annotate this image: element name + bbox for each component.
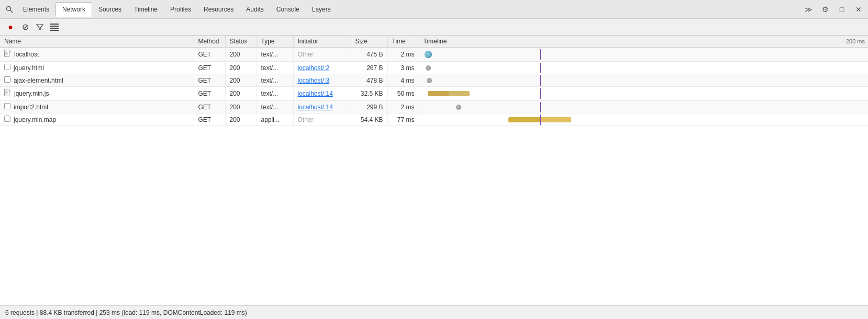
svg-rect-16 (5, 104, 10, 109)
cell-time: 3 ms (387, 62, 419, 74)
cell-timeline (419, 87, 868, 101)
timeline-marker-line (540, 88, 541, 99)
header-status[interactable]: Status (225, 36, 257, 48)
toolbar: ● ⊘ (0, 19, 868, 36)
cell-timeline (419, 74, 868, 87)
cell-name: import2.html (0, 101, 194, 113)
cell-size: 54.4 KB (351, 113, 387, 126)
header-time[interactable]: Time (387, 36, 419, 48)
stop-button[interactable]: ⊘ (19, 21, 31, 33)
tab-timeline[interactable]: Timeline (128, 3, 164, 16)
checkbox-icon (4, 64, 10, 72)
table-row[interactable]: ajax-element.htmlGET200text/...localhost… (0, 74, 868, 87)
file-name: localhost (14, 51, 39, 58)
header-name[interactable]: Name (0, 36, 194, 48)
file-name: ajax-element.html (14, 77, 63, 84)
tab-elements[interactable]: Elements (17, 3, 55, 16)
timeline-marker-line (540, 102, 541, 112)
cell-type: text/... (257, 48, 293, 62)
layout-icon[interactable]: □ (834, 2, 849, 17)
cell-type: text/... (257, 74, 293, 87)
cell-method: GET (194, 101, 225, 113)
header-timeline[interactable]: Timeline 200 ms (419, 36, 868, 48)
header-method[interactable]: Method (194, 36, 225, 48)
cell-size: 267 B (351, 62, 387, 74)
cell-method: GET (194, 74, 225, 87)
tab-profiles[interactable]: Profiles (164, 3, 197, 16)
cell-time: 2 ms (387, 101, 419, 113)
cell-initiator[interactable]: localhost/:14 (293, 101, 351, 113)
cell-size: 478 B (351, 74, 387, 87)
timeline-ms-label: 200 ms (846, 38, 865, 44)
cell-method: GET (194, 62, 225, 74)
timeline-marker-line (540, 75, 541, 86)
top-nav: Elements Network Sources Timeline Profil… (0, 0, 868, 19)
timeline-bar-gray (456, 105, 461, 110)
svg-rect-5 (50, 30, 59, 31)
cell-time: 4 ms (387, 74, 419, 87)
timeline-bar-yellow (428, 91, 470, 96)
file-name: import2.html (14, 104, 48, 111)
tab-network[interactable]: Network (55, 2, 92, 17)
header-type[interactable]: Type (257, 36, 293, 48)
svg-rect-4 (50, 28, 59, 29)
timeline-marker-line (540, 115, 541, 125)
status-bar: 6 requests | 88.4 KB transferred | 253 m… (0, 305, 868, 319)
checkbox-icon (4, 116, 10, 123)
tab-sources[interactable]: Sources (92, 3, 128, 16)
file-name: jquery.html (14, 64, 44, 72)
cell-size: 299 B (351, 101, 387, 113)
cell-size: 475 B (351, 48, 387, 62)
cell-status: 200 (225, 87, 257, 101)
settings-icon[interactable]: ⚙ (818, 2, 832, 17)
cell-method: GET (194, 113, 225, 126)
status-text: 6 requests | 88.4 KB transferred | 253 m… (5, 309, 247, 316)
timeline-bar-blue (425, 51, 432, 58)
checkbox-icon (4, 76, 10, 84)
table-row[interactable]: jquery.min.jsGET200text/...localhost/:14… (0, 87, 868, 101)
cell-initiator[interactable]: localhost/:2 (293, 62, 351, 74)
filter-button[interactable] (34, 21, 46, 33)
cell-status: 200 (225, 74, 257, 87)
svg-rect-3 (50, 26, 59, 27)
cell-name: jquery.min.js (0, 87, 194, 101)
cell-time: 2 ms (387, 48, 419, 62)
network-table: Name Method Status Type Initiator Size T… (0, 36, 868, 126)
cell-timeline (419, 113, 868, 126)
tab-audits[interactable]: Audits (240, 3, 270, 16)
svg-rect-10 (5, 64, 10, 70)
timeline-marker-line (540, 63, 541, 73)
cell-type: text/... (257, 87, 293, 101)
record-button[interactable]: ● (4, 21, 17, 33)
table-row[interactable]: import2.htmlGET200text/...localhost/:142… (0, 101, 868, 113)
close-icon[interactable]: ✕ (851, 2, 866, 17)
cell-name: localhost (0, 48, 194, 62)
cell-status: 200 (225, 113, 257, 126)
table-row[interactable]: jquery.min.mapGET200appli...Other54.4 KB… (0, 113, 868, 126)
tab-layers[interactable]: Layers (306, 3, 337, 16)
cell-initiator[interactable]: localhost/:3 (293, 74, 351, 87)
header-initiator[interactable]: Initiator (293, 36, 351, 48)
cell-initiator[interactable]: localhost/:14 (293, 87, 351, 101)
svg-rect-17 (5, 116, 10, 122)
nav-icons: ≫ ⚙ □ ✕ (801, 2, 866, 17)
cell-time: 77 ms (387, 113, 419, 126)
checkbox-icon (4, 103, 10, 111)
cell-time: 50 ms (387, 87, 419, 101)
cell-initiator: Other (293, 113, 351, 126)
header-size[interactable]: Size (351, 36, 387, 48)
table-row[interactable]: localhostGET200text/...Other475 B2 ms (0, 48, 868, 62)
tab-resources[interactable]: Resources (197, 3, 240, 16)
table-row[interactable]: jquery.htmlGET200text/...localhost/:2267… (0, 62, 868, 74)
doc-icon (4, 89, 11, 98)
cell-name: ajax-element.html (0, 74, 194, 87)
list-view-button[interactable] (48, 21, 61, 33)
execute-icon[interactable]: ≫ (801, 2, 816, 17)
svg-rect-2 (50, 24, 59, 25)
cell-type: appli... (257, 113, 293, 126)
cell-method: GET (194, 48, 225, 62)
file-name: jquery.min.map (14, 116, 56, 123)
cell-initiator: Other (293, 48, 351, 62)
search-icon[interactable] (2, 2, 17, 17)
tab-console[interactable]: Console (270, 3, 306, 16)
